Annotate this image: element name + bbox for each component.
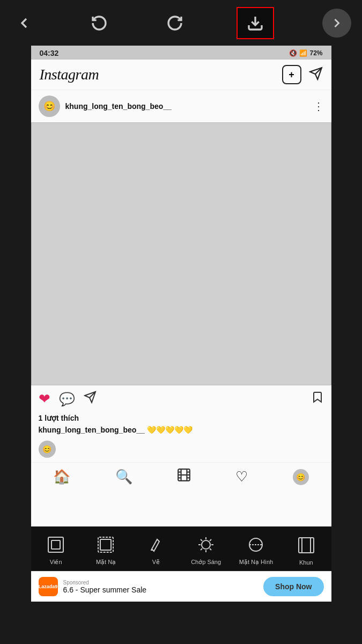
filter-vien[interactable]: Viền [31, 534, 81, 566]
svg-line-24 [210, 548, 211, 550]
vien-label: Viền [50, 559, 62, 566]
ve-icon [145, 534, 167, 555]
add-post-button[interactable]: + [282, 65, 301, 84]
ad-title: 6.6 - Super summer Sale [63, 586, 147, 594]
instagram-app: Instagram + 😊 khung_long_ten_bong_beo__ [31, 60, 331, 526]
save-icon[interactable] [311, 391, 324, 407]
plus-icon: + [289, 69, 294, 80]
lazada-brand-text: Lazada9 [39, 584, 58, 589]
ve-label: Vẽ [152, 559, 160, 566]
vien-icon [45, 534, 67, 555]
filter-mat-na-hinh[interactable]: Mặt Nạ Hình [231, 534, 281, 566]
search-nav-icon[interactable]: 🔍 [115, 469, 132, 485]
send-button[interactable] [309, 67, 323, 83]
post-actions: ❤ 💬 [31, 385, 331, 413]
profile-nav-avatar[interactable]: 😊 [293, 469, 309, 485]
status-icons: 🔇 📶 72% [289, 49, 322, 57]
download-button[interactable] [237, 7, 274, 39]
ad-sponsored-label: Sponsored [63, 580, 147, 586]
ad-banner: Lazada9 Sponsored 6.6 - Super summer Sal… [31, 571, 331, 602]
instagram-logo: Instagram [40, 66, 99, 83]
mat-na-hinh-label: Mặt Nạ Hình [239, 559, 274, 566]
ig-bottom-nav: 🏠 🔍 ♡ 😊 [31, 462, 331, 490]
back-button[interactable] [11, 10, 38, 36]
top-toolbar [0, 0, 362, 46]
comment-icon[interactable]: 💬 [59, 392, 75, 407]
mat-na-icon [95, 534, 116, 555]
svg-point-18 [202, 540, 210, 549]
khun-label: Khun [299, 559, 313, 566]
lazada-logo: Lazada9 [39, 577, 58, 596]
svg-line-26 [201, 548, 202, 550]
status-bar: 04:32 🔇 📶 72% [31, 46, 331, 60]
comment-row: 😊 [31, 438, 331, 462]
heart-nav-icon[interactable]: ♡ [235, 469, 248, 485]
khun-icon [295, 535, 317, 556]
commenter-avatar: 😊 [39, 441, 56, 458]
svg-rect-29 [299, 538, 314, 553]
share-icon[interactable] [84, 391, 97, 407]
undo-button[interactable] [86, 10, 113, 36]
svg-rect-16 [100, 539, 111, 550]
likes-count: 1 lượt thích [31, 413, 331, 425]
caption-username[interactable]: khung_long_ten_bong_beo__ [39, 426, 145, 434]
mat-na-hinh-icon [245, 534, 267, 555]
more-options-icon[interactable]: ⋮ [313, 100, 324, 113]
ig-header-icons: + [282, 65, 323, 84]
filter-bar: Viền Mặt Nạ Vẽ [31, 526, 331, 571]
mat-na-label: Mặt Nạ [96, 559, 116, 566]
filter-mat-na[interactable]: Mặt Nạ [81, 534, 131, 566]
post-image [31, 122, 331, 385]
filter-khun[interactable]: Khun [281, 535, 331, 566]
post-caption: khung_long_ten_bong_beo__ 💛💛💛💛💛 [31, 425, 331, 438]
like-icon[interactable]: ❤ [39, 391, 50, 407]
next-button[interactable] [322, 9, 351, 38]
post-user: 😊 khung_long_ten_bong_beo__ [39, 96, 172, 117]
svg-line-25 [210, 539, 211, 541]
username[interactable]: khung_long_ten_bong_beo__ [65, 102, 172, 111]
post-header: 😊 khung_long_ten_bong_beo__ ⋮ [31, 90, 331, 122]
redo-button[interactable] [161, 10, 188, 36]
mute-icon: 🔇 [289, 49, 297, 57]
filter-ve[interactable]: Vẽ [131, 534, 181, 566]
reels-nav-icon[interactable] [177, 468, 191, 486]
ig-header: Instagram + [31, 60, 331, 90]
chop-sang-icon [195, 534, 217, 555]
battery-display: 72% [309, 49, 322, 57]
chop-sang-label: Chớp Sáng [191, 559, 221, 566]
user-avatar[interactable]: 😊 [39, 96, 60, 117]
svg-rect-13 [48, 537, 63, 552]
actions-left: ❤ 💬 [39, 391, 97, 407]
filter-chop-sang[interactable]: Chớp Sáng [181, 534, 231, 566]
shop-now-button[interactable]: Shop Now [263, 577, 323, 596]
home-nav-icon[interactable]: 🏠 [53, 469, 70, 485]
ad-left: Lazada9 Sponsored 6.6 - Super summer Sal… [39, 577, 147, 596]
ad-text: Sponsored 6.6 - Super summer Sale [63, 580, 147, 594]
time-display: 04:32 [40, 49, 59, 57]
svg-line-23 [201, 539, 202, 541]
wifi-icon: 📶 [299, 49, 307, 57]
phone-frame: 04:32 🔇 📶 72% Instagram + [31, 46, 331, 602]
svg-rect-30 [302, 538, 311, 553]
caption-emojis: 💛💛💛💛💛 [147, 426, 193, 434]
svg-rect-14 [51, 540, 60, 549]
